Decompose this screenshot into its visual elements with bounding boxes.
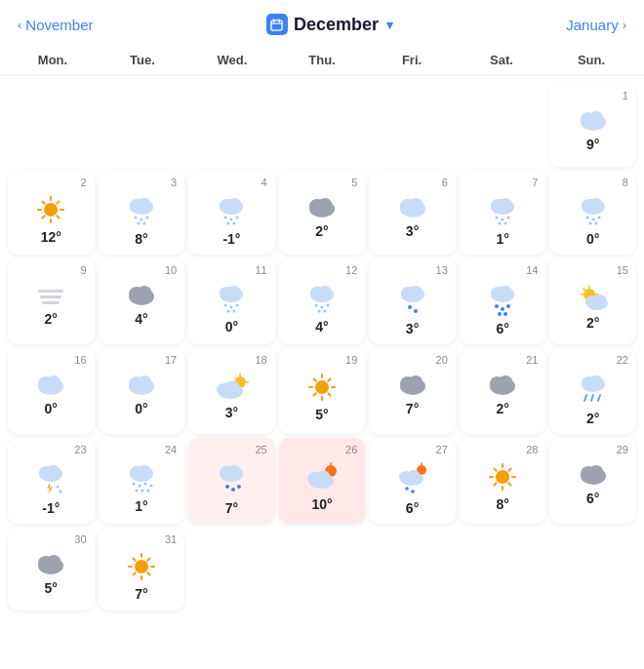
day-cell[interactable]: 28 8°	[460, 438, 546, 524]
day-header-thu: Thu.	[277, 45, 367, 75]
day-cell[interactable]: 8 0°	[549, 171, 636, 255]
svg-rect-0	[271, 20, 282, 29]
temperature: 10°	[311, 496, 332, 512]
day-cell[interactable]	[279, 528, 366, 610]
day-cell[interactable]: 15 2°	[549, 258, 636, 344]
svg-point-112	[315, 380, 329, 394]
svg-rect-55	[40, 295, 61, 298]
day-header-sat: Sat.	[457, 45, 546, 75]
day-cell[interactable]: 23 -1°	[8, 438, 95, 524]
day-cell[interactable]: 16 0°	[8, 348, 95, 434]
day-cell[interactable]	[188, 528, 275, 610]
svg-point-28	[230, 218, 233, 221]
weather-icon	[577, 107, 610, 133]
day-cell[interactable]	[369, 528, 456, 610]
weather-icon	[486, 194, 519, 227]
day-cell[interactable]: 26 10°	[279, 438, 366, 524]
day-header-tue: Tue.	[98, 45, 187, 75]
day-cell[interactable]: 17 0°	[99, 348, 185, 434]
svg-line-189	[147, 559, 149, 561]
day-cell[interactable]: 30 5°	[8, 528, 95, 610]
weather-icon	[215, 461, 248, 496]
day-cell[interactable]	[99, 84, 185, 167]
weather-icon	[125, 461, 158, 494]
svg-line-173	[508, 483, 510, 485]
next-month-link[interactable]: January ›	[566, 17, 626, 33]
svg-point-148	[146, 490, 149, 492]
day-cell[interactable]: 2 12°	[8, 171, 95, 255]
day-cell[interactable]: 24 1°	[99, 438, 185, 524]
day-cell[interactable]	[460, 528, 546, 610]
day-cell[interactable]: 12 4°	[279, 258, 366, 344]
svg-line-130	[584, 395, 586, 401]
svg-point-74	[317, 310, 320, 313]
day-cell[interactable]: 31 7°	[99, 528, 185, 610]
day-header-fri: Fri.	[367, 45, 457, 75]
day-cell[interactable]: 5 2°	[279, 171, 366, 255]
day-cell[interactable]: 21 2°	[460, 348, 546, 434]
dropdown-arrow-icon[interactable]: ▾	[386, 18, 393, 32]
day-number: 21	[526, 354, 538, 366]
day-cell[interactable]	[188, 84, 275, 167]
svg-point-146	[135, 490, 138, 492]
day-cell[interactable]	[8, 84, 95, 167]
svg-line-94	[584, 289, 585, 291]
svg-line-12	[43, 202, 45, 204]
svg-line-132	[598, 395, 600, 401]
day-cell[interactable]: 3 8°	[99, 171, 185, 255]
day-cell[interactable]: 20 7°	[369, 348, 456, 434]
day-cell[interactable]: 11 0°	[188, 258, 275, 344]
day-cell[interactable]	[460, 84, 546, 167]
svg-point-72	[320, 306, 323, 309]
weather-icon	[576, 282, 611, 311]
svg-point-85	[501, 307, 504, 311]
day-cell[interactable]: 1 9°	[549, 84, 636, 167]
weather-icon	[215, 282, 248, 315]
temperature: 7°	[135, 586, 147, 602]
day-cell[interactable]: 22 2°	[549, 348, 636, 434]
temperature: 2°	[45, 311, 58, 327]
day-cell[interactable]: 19 5°	[279, 348, 366, 434]
svg-point-178	[589, 465, 603, 477]
day-cell[interactable]: 25 7°	[188, 438, 275, 524]
day-cell[interactable]	[369, 84, 456, 167]
temperature: 8°	[496, 496, 508, 512]
calendar-grid: 1 9°2 12°3 8°4 -1°5	[0, 80, 644, 618]
day-number: 10	[165, 264, 177, 276]
temperature: 4°	[135, 311, 147, 327]
svg-point-83	[500, 286, 511, 295]
day-cell[interactable]: 27 6°	[369, 438, 456, 524]
day-cell[interactable]: 14 6°	[460, 258, 546, 344]
day-number: 31	[165, 533, 177, 545]
prev-month-link[interactable]: ‹ November	[18, 17, 94, 33]
svg-point-20	[140, 218, 142, 221]
day-cell[interactable]: 9 2°	[8, 258, 95, 344]
svg-point-52	[588, 222, 591, 225]
day-cell[interactable]: 18 3°	[188, 348, 275, 434]
weather-icon	[306, 372, 338, 403]
svg-point-64	[230, 306, 233, 309]
day-cell[interactable]: 4 -1°	[188, 171, 275, 255]
svg-point-144	[143, 483, 146, 486]
temperature: 3°	[225, 405, 238, 420]
temperature: 5°	[45, 580, 58, 596]
svg-point-87	[498, 312, 502, 316]
svg-point-88	[503, 312, 507, 316]
day-cell[interactable]	[549, 528, 636, 610]
svg-point-152	[225, 485, 229, 489]
temperature: 1°	[496, 231, 508, 247]
svg-point-45	[504, 222, 507, 225]
svg-point-142	[132, 483, 135, 486]
day-cell[interactable]	[279, 84, 366, 167]
weather-icon	[214, 372, 249, 401]
day-cell[interactable]: 6 3°	[369, 171, 456, 255]
day-cell[interactable]: 13 3°	[369, 258, 456, 344]
day-cell[interactable]: 10 4°	[99, 258, 185, 344]
day-cell[interactable]: 29 6°	[549, 438, 636, 524]
day-cell[interactable]: 7 1°	[460, 171, 546, 255]
temperature: 12°	[41, 229, 61, 245]
temperature: 0°	[45, 401, 58, 416]
chevron-left-icon: ‹	[18, 18, 21, 32]
temperature: -1°	[222, 231, 240, 247]
svg-point-26	[228, 198, 240, 208]
